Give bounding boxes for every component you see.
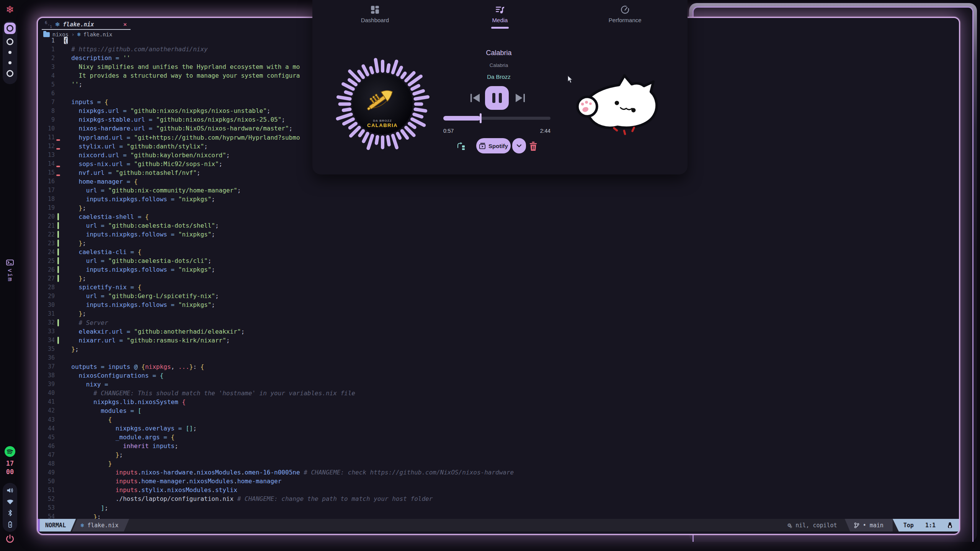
- volume-icon[interactable]: [7, 487, 14, 494]
- line-number: 48: [38, 460, 55, 467]
- code-line[interactable]: 48 }: [38, 459, 957, 468]
- wifi-icon[interactable]: [7, 498, 14, 505]
- code-line[interactable]: 27 };: [38, 274, 957, 283]
- gear-icon: ⚙⚙: [787, 522, 792, 529]
- line-number: 36: [38, 354, 55, 361]
- previous-track-button[interactable]: [470, 93, 480, 103]
- sign-column: [56, 433, 61, 442]
- code-line[interactable]: 19 };: [38, 204, 957, 212]
- sign-column: [56, 54, 61, 62]
- code-text: inputs.stylix.nixosModules.stylix: [64, 486, 237, 494]
- code-line[interactable]: 26 inputs.nixpkgs.follows = "nixpkgs";: [38, 265, 957, 274]
- nix-logo-icon[interactable]: ❄: [0, 4, 20, 16]
- code-line[interactable]: 43 {: [38, 415, 957, 424]
- code-line[interactable]: 40 # CHANGEME: This should match the 'ho…: [38, 389, 957, 398]
- sign-column: [56, 477, 61, 486]
- code-line[interactable]: 46 inherit inputs;: [38, 442, 957, 450]
- sign-column: [56, 195, 61, 204]
- album-art-artist: DA BROZZ: [373, 119, 392, 122]
- media-panel-tabs: DashboardMediaPerformance: [312, 5, 688, 29]
- code-line[interactable]: 24 caelestia-cli = {: [38, 248, 957, 256]
- tab-index: 6·1: [45, 20, 52, 29]
- code-line[interactable]: 47 };: [38, 450, 957, 459]
- code-text: nixos-hardware.url = "github:NixOS/nixos…: [64, 125, 292, 132]
- code-line[interactable]: 36: [38, 354, 957, 362]
- workspace-indicator[interactable]: [3, 21, 17, 84]
- code-line[interactable]: 42 modules = [: [38, 406, 957, 415]
- active-window-indicator: vim: [0, 259, 20, 282]
- code-text: };: [64, 346, 79, 353]
- code-line[interactable]: 53 ];: [38, 503, 957, 512]
- code-line[interactable]: 18 inputs.nixpkgs.follows = "nixpkgs";: [38, 195, 957, 204]
- auto-queue-icon[interactable]: [456, 142, 466, 151]
- code-line[interactable]: 32 # Server: [38, 318, 957, 327]
- sign-column: [56, 89, 61, 98]
- code-text: url = "github:nix-community/home-manager…: [64, 187, 241, 194]
- tab-close-icon[interactable]: ×: [123, 21, 127, 28]
- sign-column: [56, 503, 61, 512]
- album-art-title: CALABRIA: [367, 122, 398, 128]
- bluetooth-icon[interactable]: [7, 509, 14, 517]
- line-number: 42: [38, 407, 55, 414]
- workspace-3-dot[interactable]: [8, 51, 11, 54]
- code-line[interactable]: 30 inputs.nixpkgs.follows = "nixpkgs";: [38, 300, 957, 309]
- code-text: Nixy simplifies and unifies the Hyprland…: [64, 63, 300, 70]
- mode-indicator: NORMAL: [40, 519, 76, 531]
- tab-media[interactable]: Media: [438, 5, 563, 29]
- code-line[interactable]: 34 nixarr.url = "github:rasmus-kirk/nixa…: [38, 336, 957, 345]
- power-button-icon[interactable]: [5, 534, 15, 543]
- spotify-source-button[interactable]: Spotify: [476, 138, 511, 153]
- workspace-2-ring[interactable]: [7, 38, 13, 45]
- code-text: _module.args = {: [64, 434, 175, 441]
- code-line[interactable]: 22 inputs.nixpkgs.follows = "nixpkgs";: [38, 230, 957, 239]
- editor-tab-flake-nix[interactable]: 6·1 ❄ flake.nix ×: [42, 20, 131, 30]
- code-text: url = "github:caelestia-dots/shell";: [64, 222, 219, 229]
- next-track-button[interactable]: [515, 93, 526, 103]
- source-dropdown-button[interactable]: [512, 138, 526, 153]
- code-line[interactable]: 25 url = "github:caelestia-dots/cli";: [38, 256, 957, 265]
- spotify-icon[interactable]: [5, 446, 15, 457]
- tab-filename: flake.nix: [63, 21, 94, 28]
- line-number: 31: [38, 310, 55, 317]
- sign-column: [56, 398, 61, 406]
- code-line[interactable]: 29 url = "github:Gerg-L/spicetify-nix";: [38, 292, 957, 300]
- workspace-1-active[interactable]: [4, 23, 16, 34]
- code-line[interactable]: 17 url = "github:nix-community/home-mana…: [38, 186, 957, 195]
- code-line[interactable]: 31 };: [38, 309, 957, 318]
- git-added-sign: [56, 265, 61, 274]
- progress-bar[interactable]: [443, 112, 550, 124]
- trash-icon[interactable]: [529, 141, 537, 151]
- sign-column: [56, 354, 61, 362]
- code-text: };: [64, 240, 86, 247]
- code-line[interactable]: 20 caelestia-shell = {: [38, 212, 957, 221]
- code-line[interactable]: 28 spicetify-nix = {: [38, 283, 957, 292]
- line-number: 35: [38, 346, 55, 352]
- code-line[interactable]: 35 };: [38, 345, 957, 354]
- code-line[interactable]: 49 inputs.nixos-hardware.nixosModules.om…: [38, 468, 957, 477]
- sign-column: [56, 300, 61, 309]
- code-text: nvf.url = "github:notashelf/nvf";: [64, 169, 200, 176]
- code-line[interactable]: 33 eleakxir.url = "github:anotherhadi/el…: [38, 327, 957, 336]
- pause-button[interactable]: [485, 86, 509, 110]
- code-line[interactable]: 16 home-manager = {: [38, 177, 957, 186]
- code-line[interactable]: 51 inputs.stylix.nixosModules.stylix: [38, 486, 957, 494]
- line-number: 6: [38, 90, 55, 97]
- code-line[interactable]: 38 nixosConfigurations = {: [38, 371, 957, 380]
- progress-handle[interactable]: [480, 113, 482, 123]
- workspace-4-dot[interactable]: [8, 61, 11, 64]
- code-line[interactable]: 23 };: [38, 239, 957, 248]
- tab-dashboard[interactable]: Dashboard: [312, 5, 438, 29]
- code-line[interactable]: 41 nixpkgs.lib.nixosSystem {: [38, 398, 957, 406]
- position-segment: Top 1:1: [893, 519, 959, 531]
- code-line[interactable]: 52 ./hosts/laptop/configuration.nix # CH…: [38, 494, 957, 503]
- workspace-5-ring[interactable]: [7, 70, 13, 77]
- code-line[interactable]: 44 nixpkgs.overlays = [];: [38, 424, 957, 433]
- code-line[interactable]: 39 nixy =: [38, 380, 957, 389]
- code-line[interactable]: 37 outputs = inputs @ {nixpkgs, ...}: {: [38, 362, 957, 371]
- code-line[interactable]: 21 url = "github:caelestia-dots/shell";: [38, 221, 957, 230]
- code-line[interactable]: 45 _module.args = {: [38, 433, 957, 442]
- battery-icon[interactable]: [7, 521, 14, 528]
- tab-performance[interactable]: Performance: [562, 5, 688, 29]
- code-line[interactable]: 50 inputs.home-manager.nixosModules.home…: [38, 477, 957, 486]
- line-number: 21: [38, 222, 55, 229]
